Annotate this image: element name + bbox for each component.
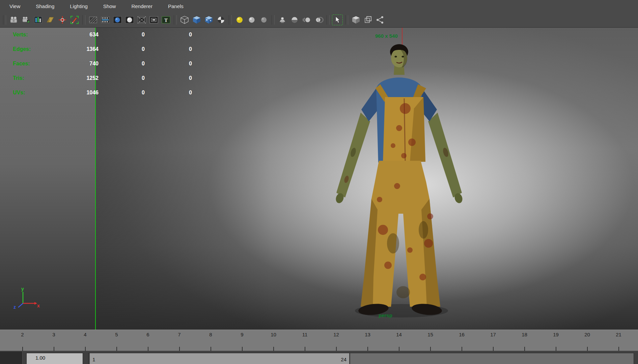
- resolution-gate-label: 960 x 540: [375, 33, 398, 39]
- frame-number: 7: [164, 332, 195, 337]
- hud-value-component: 0: [160, 61, 192, 67]
- character-head: [390, 44, 408, 75]
- frame-number: 20: [572, 332, 603, 337]
- frame-number: 4: [70, 332, 101, 337]
- playback-start-field[interactable]: 1.00: [26, 353, 83, 364]
- 2d-pan-zoom-icon[interactable]: [57, 14, 68, 25]
- hud-value-total: 1364: [51, 46, 99, 52]
- range-slider-track[interactable]: 1 24: [88, 353, 634, 364]
- frame-cell[interactable]: 11: [289, 330, 321, 351]
- ssao-sphere-icon[interactable]: [289, 14, 300, 25]
- wireframe-cube-icon[interactable]: [179, 14, 190, 25]
- frame-cell[interactable]: 7: [164, 330, 195, 351]
- light-ball-icon[interactable]: [246, 14, 257, 25]
- hud-label: Edges:: [13, 46, 31, 52]
- shadow-lamp-icon[interactable]: [277, 14, 288, 25]
- menu-view[interactable]: View: [9, 1, 20, 12]
- frame-cell[interactable]: 6: [132, 330, 164, 351]
- frame-number: 21: [603, 332, 634, 337]
- solid-cube-icon[interactable]: [351, 14, 361, 25]
- frame-cell[interactable]: 4: [70, 330, 101, 351]
- frame-cell[interactable]: 19: [540, 330, 572, 351]
- camera-attributes-icon[interactable]: [21, 14, 31, 25]
- checkered-sphere-icon[interactable]: [216, 14, 226, 25]
- frame-cell[interactable]: 18: [509, 330, 540, 351]
- frame-tick: [85, 347, 86, 351]
- timeline-corner-box: [0, 352, 23, 364]
- time-slider[interactable]: 2 3 4 5 6 7 8 9 10 11 12 13 14 15 16 17 …: [0, 330, 638, 351]
- default-material-ball-icon[interactable]: [234, 14, 245, 25]
- hud-value-selected: 0: [112, 61, 145, 67]
- menu-renderer[interactable]: Renderer: [131, 1, 152, 12]
- film-gate-icon[interactable]: [88, 14, 99, 25]
- hud-label: UVs:: [13, 90, 25, 96]
- safe-action-icon[interactable]: [136, 14, 147, 25]
- textured-cube-icon[interactable]: [203, 14, 214, 25]
- frame-number: 6: [132, 332, 164, 337]
- frame-tick: [462, 347, 462, 351]
- bookmarks-icon[interactable]: [33, 14, 44, 25]
- menu-shading[interactable]: Shading: [36, 1, 54, 12]
- frame-cell[interactable]: 21: [603, 330, 634, 351]
- zombie-character-model[interactable]: [326, 41, 474, 324]
- field-chart-icon[interactable]: [124, 14, 135, 25]
- frame-cell[interactable]: 12: [321, 330, 352, 351]
- cube-outline-icon[interactable]: [363, 14, 373, 25]
- frame-cell[interactable]: 13: [352, 330, 383, 351]
- grease-pencil-icon[interactable]: [69, 14, 80, 25]
- frame-cell[interactable]: 8: [195, 330, 226, 351]
- frame-tick: [54, 347, 54, 351]
- frame-cell[interactable]: 17: [477, 330, 509, 351]
- frame-tick: [305, 347, 305, 351]
- frame-cell[interactable]: 9: [226, 330, 258, 351]
- menu-show[interactable]: Show: [103, 1, 116, 12]
- motion-blur-icon[interactable]: [301, 14, 312, 25]
- frame-cell[interactable]: 15: [415, 330, 446, 351]
- frame-cell[interactable]: 2: [7, 330, 38, 351]
- select-cursor-icon[interactable]: [332, 14, 343, 25]
- hud-value-selected: 0: [112, 75, 145, 81]
- depth-of-field-icon[interactable]: [313, 14, 324, 25]
- perspective-viewport[interactable]: Verts: 634 0 0 Edges: 1364 0 0 Faces: 74…: [0, 28, 638, 330]
- safe-title-icon[interactable]: [148, 14, 159, 25]
- frame-tick: [242, 347, 243, 351]
- resolution-gate-line: [95, 28, 96, 330]
- hud-value-selected: 0: [112, 32, 145, 38]
- frame-number: 9: [226, 332, 258, 337]
- range-slider-active[interactable]: 1 24: [89, 353, 350, 364]
- gate-mask-icon[interactable]: [112, 14, 123, 25]
- maya-viewport-panel: View Shading Lighting Show Renderer Pane…: [0, 0, 638, 364]
- panel-menubar: View Shading Lighting Show Renderer Pane…: [0, 0, 638, 12]
- toolbar-separator: [229, 15, 232, 25]
- frame-cell[interactable]: 10: [258, 330, 289, 351]
- dim-light-ball-icon[interactable]: [258, 14, 269, 25]
- frame-tick: [367, 347, 368, 351]
- resolution-gate-icon[interactable]: [100, 14, 111, 25]
- axis-indicator: y x z: [12, 286, 40, 312]
- frame-cell[interactable]: 5: [101, 330, 132, 351]
- frame-tick: [179, 347, 180, 351]
- image-plane-icon[interactable]: [45, 14, 56, 25]
- hud-label: Verts:: [13, 32, 28, 38]
- hud-value-selected: 0: [112, 46, 145, 52]
- frame-tick: [493, 347, 494, 351]
- frame-cell[interactable]: 14: [383, 330, 415, 351]
- hud-value-component: 0: [160, 75, 192, 81]
- frame-cell[interactable]: 3: [38, 330, 70, 351]
- toolbar-separator: [82, 15, 85, 25]
- hud-value-component: 0: [160, 90, 192, 96]
- frame-tick: [273, 347, 274, 351]
- frame-number: 10: [258, 332, 289, 337]
- hud-text-icon[interactable]: T: [161, 14, 171, 25]
- frame-cell[interactable]: 20: [572, 330, 603, 351]
- menu-panels[interactable]: Panels: [168, 1, 184, 12]
- range-start-label: 1: [92, 357, 95, 362]
- menu-lighting[interactable]: Lighting: [70, 1, 88, 12]
- smooth-shade-cube-icon[interactable]: [191, 14, 202, 25]
- panel-toolbar: T: [0, 12, 638, 28]
- frame-number: 8: [195, 332, 226, 337]
- frame-number: 13: [352, 332, 383, 337]
- frame-cell[interactable]: 16: [446, 330, 477, 351]
- select-camera-icon[interactable]: [8, 14, 19, 25]
- share-nodes-icon[interactable]: [375, 14, 386, 25]
